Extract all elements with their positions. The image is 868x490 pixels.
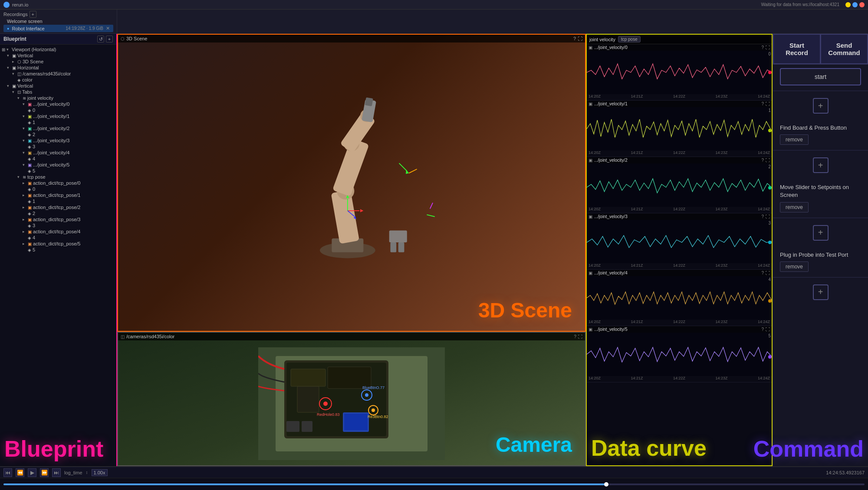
camera-expand-button[interactable]: ⛶ bbox=[578, 334, 582, 339]
recording-remove-button[interactable]: ✕ bbox=[106, 26, 110, 31]
tree-item-tcp4-val[interactable]: ◈ 4 bbox=[0, 235, 116, 241]
chart-row-jv0-controls: ? ⛶ bbox=[761, 45, 770, 50]
add-step-2-button[interactable]: + bbox=[813, 157, 829, 173]
tree-item-jv4-val[interactable]: ◈ 4 bbox=[0, 156, 116, 162]
tree-item-tabs[interactable]: ▾ ⊡ Tabs bbox=[0, 89, 116, 95]
chart-jv0-expand-button[interactable]: ⛶ bbox=[766, 45, 770, 50]
chart-jv4-help-button[interactable]: ? bbox=[761, 271, 764, 275]
tree-item-color[interactable]: ◈ color bbox=[0, 77, 116, 83]
start-record-button[interactable]: Start Record bbox=[773, 34, 820, 64]
chart-area[interactable]: ▣ .../joint_velocity/0 ? ⛶ 0 14:20Z bbox=[587, 44, 772, 465]
tree-item-tcp2-val[interactable]: ◈ 2 bbox=[0, 210, 116, 216]
data-curve-pill[interactable]: tcp pose bbox=[618, 36, 641, 42]
tree-item-jv5[interactable]: ▾ ▣ .../joint_velocity/5 bbox=[0, 162, 116, 168]
recordings-add-button[interactable]: + bbox=[30, 11, 36, 18]
tree-item-tcp1-val[interactable]: ◈ 1 bbox=[0, 198, 116, 204]
chart-row-jv4: ▣ .../joint_velocity/4 ? ⛶ 4 14:20Z bbox=[587, 270, 772, 326]
tree-item-camera-path[interactable]: ▾ ◫ /cameras/rsd435i/color bbox=[0, 71, 116, 77]
chart-jv3-help-button[interactable]: ? bbox=[761, 214, 764, 219]
cmd-step-plug-probe-remove[interactable]: remove bbox=[780, 261, 809, 272]
tree-item-tcp2[interactable]: ▸ ▣ action_dict/tcp_pose/2 bbox=[0, 204, 116, 210]
add-step-4-button[interactable]: + bbox=[813, 284, 829, 300]
tree-icon-tabs: ⊡ bbox=[17, 90, 21, 95]
start-button[interactable]: start bbox=[780, 68, 861, 85]
minimize-button[interactable] bbox=[845, 2, 851, 7]
tree-item-jv1-val[interactable]: ◈ 1 bbox=[0, 119, 116, 125]
scene-expand-button[interactable]: ⛶ bbox=[578, 36, 582, 41]
tree-item-jv3-val[interactable]: ◈ 3 bbox=[0, 144, 116, 150]
tree-item-tcp0-val[interactable]: ◈ 0 bbox=[0, 186, 116, 192]
scene-3d-panel: ⬡ 3D Scene ? ⛶ bbox=[117, 34, 586, 332]
chart-jv5-expand-button[interactable]: ⛶ bbox=[766, 327, 770, 332]
chart-jv2-help-button[interactable]: ? bbox=[761, 158, 764, 163]
add-step-3-button[interactable]: + bbox=[813, 225, 829, 241]
cmd-step-find-board-remove[interactable]: remove bbox=[780, 134, 809, 145]
chart-jv1-expand-button[interactable]: ⛶ bbox=[766, 101, 770, 106]
chart-row-jv5-controls: ? ⛶ bbox=[761, 327, 770, 332]
blueprint-refresh-button[interactable]: ↺ bbox=[97, 36, 104, 42]
tree-item-jv5-val[interactable]: ◈ 5 bbox=[0, 168, 116, 174]
step-back-button[interactable]: ⏪ bbox=[16, 468, 24, 477]
tree-item-jv3[interactable]: ▾ ▣ .../joint_velocity/3 bbox=[0, 137, 116, 144]
recordings-item-robot[interactable]: ● Robot Interface 14:19:28Z · 1.9 GiB ✕ bbox=[3, 25, 113, 32]
chart-jv4-expand-button[interactable]: ⛶ bbox=[766, 271, 770, 275]
recordings-item-welcome[interactable]: Welcome screen bbox=[3, 18, 113, 25]
play-forward-button[interactable]: ⏭ bbox=[52, 468, 61, 477]
tree-item-jv0-val[interactable]: ◈ 0 bbox=[0, 107, 116, 113]
add-step-2-container: + bbox=[773, 152, 868, 178]
timeline-thumb[interactable] bbox=[604, 482, 608, 487]
maximize-button[interactable] bbox=[852, 2, 858, 7]
tree-item-tcp4[interactable]: ▸ ▣ action_dict/tcp_pose/4 bbox=[0, 229, 116, 235]
timeline-track[interactable] bbox=[3, 483, 865, 485]
tree-item-tcp5-val[interactable]: ◈ 5 bbox=[0, 247, 116, 253]
step-forward-button[interactable]: ⏩ bbox=[40, 468, 49, 477]
tree-icon-tcp5: ▣ bbox=[28, 242, 32, 246]
chart-row-jv5-title: .../joint_velocity/5 bbox=[594, 327, 628, 332]
speed-display[interactable]: 1.00x bbox=[92, 469, 108, 476]
chart-jv1-time-labels: 14:20Z 14:21Z 14:22Z 14:23Z 14:24Z bbox=[587, 150, 772, 155]
chart-jv0-time-labels: 14:20Z 14:21Z 14:22Z 14:23Z 14:24Z bbox=[587, 94, 772, 98]
tree-item-jv1[interactable]: ▾ ▣ .../joint_velocity/1 bbox=[0, 113, 116, 119]
tree-item-3dscene[interactable]: ▸ ⬡ 3D Scene bbox=[0, 59, 116, 65]
chart-jv2-expand-button[interactable]: ⛶ bbox=[766, 158, 770, 163]
chart-jv0-help-button[interactable]: ? bbox=[761, 45, 764, 50]
timeline-bar[interactable] bbox=[0, 478, 868, 490]
chart-row-jv3-controls: ? ⛶ bbox=[761, 214, 770, 219]
tree-item-viewport[interactable]: ⊞ ▾ Viewport (Horizontal) bbox=[0, 46, 116, 52]
tree-item-tcp1[interactable]: ▸ ▣ action_dict/tcp_pose/1 bbox=[0, 192, 116, 198]
chart-jv3-expand-button[interactable]: ⛶ bbox=[766, 214, 770, 219]
chart-jv5-help-button[interactable]: ? bbox=[761, 327, 764, 332]
tree-item-tcp3-val[interactable]: ◈ 3 bbox=[0, 222, 116, 229]
tree-icon-tcp1: ▣ bbox=[28, 193, 32, 198]
tree-item-horizontal[interactable]: ▾ ▣ Horizontal bbox=[0, 65, 116, 71]
tree-item-jv2-val[interactable]: ◈ 2 bbox=[0, 131, 116, 137]
tree-item-joint-velocity[interactable]: ▾ ≋ joint velocity bbox=[0, 95, 116, 101]
camera-help-button[interactable]: ? bbox=[574, 334, 576, 339]
tree-item-jv2[interactable]: ▾ ▣ .../joint_velocity/2 bbox=[0, 125, 116, 131]
play-pause-button[interactable]: ▶ bbox=[28, 468, 36, 477]
tree-item-tcp-pose[interactable]: ▾ ≋ tcp pose bbox=[0, 174, 116, 180]
scene-help-button[interactable]: ? bbox=[573, 36, 576, 41]
tree-icon-jv1-val: ◈ bbox=[28, 120, 31, 125]
cmd-step-move-slider-remove[interactable]: remove bbox=[780, 202, 809, 212]
chart-jv1-canvas: 1 bbox=[587, 107, 772, 150]
play-back-button[interactable]: ⏮ bbox=[3, 468, 12, 477]
blueprint-add-button[interactable]: + bbox=[106, 36, 113, 42]
send-command-button[interactable]: Send Command bbox=[820, 34, 868, 64]
svg-line-20 bbox=[430, 203, 433, 209]
timeline-timestamp: 14:24:53.4923167 bbox=[826, 470, 865, 475]
tree-item-jv4[interactable]: ▾ ▣ .../joint_velocity/4 bbox=[0, 150, 116, 156]
tree-item-jv0[interactable]: ▾ ▣ .../joint_velocity/0 bbox=[0, 101, 116, 107]
close-button[interactable] bbox=[859, 2, 865, 7]
tree-item-tcp3[interactable]: ▸ ▣ action_dict/tcp_pose/3 bbox=[0, 216, 116, 222]
tree-item-vertical1[interactable]: ▾ ▣ Vertical bbox=[0, 52, 116, 59]
camera-title: /cameras/rsd435i/color bbox=[126, 334, 174, 339]
tree-item-tcp5[interactable]: ▸ ▣ action_dict/tcp_pose/5 bbox=[0, 241, 116, 247]
tree-icon-jv4-val: ◈ bbox=[28, 157, 31, 161]
chart-row-jv2-icon: ▣ bbox=[589, 158, 592, 163]
blueprint-tree[interactable]: ⊞ ▾ Viewport (Horizontal) ▾ ▣ Vertical ▸… bbox=[0, 45, 116, 466]
tree-item-vertical2[interactable]: ▾ ▣ Vertical bbox=[0, 83, 116, 89]
tree-item-tcp0[interactable]: ▸ ▣ action_dict/tcp_pose/0 bbox=[0, 180, 116, 186]
chart-jv1-help-button[interactable]: ? bbox=[761, 101, 764, 106]
add-step-1-button[interactable]: + bbox=[813, 98, 829, 114]
